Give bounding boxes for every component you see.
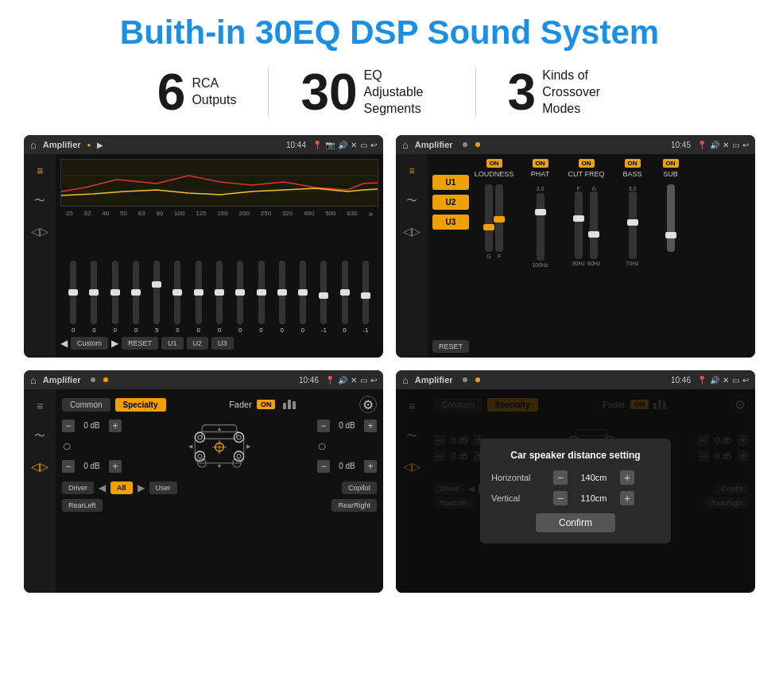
cutfreq-slider-2[interactable]: [590, 191, 598, 259]
eq-slider-12[interactable]: 0: [293, 261, 312, 334]
close-icon-3[interactable]: ✕: [351, 376, 357, 385]
all-btn[interactable]: All: [110, 481, 133, 494]
rearright-btn[interactable]: RearRight: [331, 499, 377, 512]
screen1-sidebar: ≡ 〜 ◁▷: [24, 154, 56, 358]
tab-common-btn[interactable]: Common: [62, 398, 110, 412]
user-btn[interactable]: User: [149, 481, 177, 494]
sidebar-speaker-icon-2[interactable]: ◁▷: [401, 222, 423, 240]
minimize-icon-4[interactable]: ▭: [732, 376, 739, 385]
close-icon-4[interactable]: ✕: [723, 376, 729, 385]
back-icon-3[interactable]: ↩: [370, 376, 377, 385]
sidebar-eq-icon[interactable]: ≡: [29, 162, 51, 180]
svg-text:▼: ▼: [217, 463, 223, 469]
eq-slider-4[interactable]: 0: [126, 261, 145, 334]
eq-slider-3[interactable]: 0: [106, 261, 125, 334]
back-icon-2[interactable]: ↩: [742, 141, 749, 149]
front-right-plus[interactable]: +: [364, 420, 377, 432]
vertical-minus-btn[interactable]: −: [553, 491, 568, 505]
driver-btn[interactable]: Driver: [62, 481, 94, 494]
u1-btn[interactable]: U1: [161, 337, 184, 350]
home-icon-4[interactable]: ⌂: [402, 374, 409, 386]
sidebar-speaker-icon-3[interactable]: ◁▷: [29, 458, 51, 475]
sidebar-eq-icon-3[interactable]: ≡: [29, 397, 51, 415]
home-icon[interactable]: ⌂: [30, 139, 37, 151]
tab-specialty-btn[interactable]: Specialty: [115, 398, 166, 412]
sidebar-wave-icon-2[interactable]: 〜: [401, 192, 423, 210]
crossover-reset-btn[interactable]: RESET: [432, 340, 469, 353]
eq-slider-14[interactable]: 0: [335, 261, 354, 334]
close-icon[interactable]: ✕: [351, 141, 357, 149]
u3-select-btn[interactable]: U3: [432, 215, 469, 230]
rearleft-btn[interactable]: RearLeft: [62, 499, 103, 512]
phat-slider[interactable]: [537, 193, 545, 261]
left-arrow-icon[interactable]: ◀: [99, 482, 106, 493]
preset-custom-btn[interactable]: Custom: [71, 337, 108, 350]
back-icon-4[interactable]: ↩: [742, 376, 749, 385]
eq-slider-1[interactable]: 0: [64, 261, 83, 334]
volume-icon-3[interactable]: 🔊: [338, 376, 347, 385]
front-right-db-value: 0 dB: [333, 421, 361, 430]
eq-slider-15[interactable]: -1: [356, 261, 375, 334]
eq-slider-5[interactable]: 5: [147, 261, 166, 334]
sidebar-wave-icon-3[interactable]: 〜: [29, 427, 51, 445]
play-icon[interactable]: ▶: [97, 141, 103, 149]
volume-icon[interactable]: 🔊: [338, 141, 347, 149]
settings-icon[interactable]: ⚙: [359, 396, 377, 413]
bass-slider[interactable]: [629, 191, 637, 259]
vertical-plus-btn[interactable]: +: [620, 491, 634, 505]
eq-slider-8[interactable]: 0: [210, 261, 229, 334]
phat-label: PHAT: [531, 170, 549, 178]
front-left-minus[interactable]: −: [62, 420, 75, 432]
screen2-header: ⌂ Amplifier 10:45 📍 🔊 ✕ ▭ ↩: [396, 135, 755, 154]
eq-slider-6[interactable]: 0: [168, 261, 187, 334]
u3-btn[interactable]: U3: [211, 337, 234, 350]
next-preset-btn[interactable]: ▶: [111, 338, 118, 349]
rear-left-plus[interactable]: +: [109, 460, 122, 473]
screen3-dot1: [91, 377, 95, 382]
confirm-btn[interactable]: Confirm: [536, 513, 615, 532]
eq-slider-2[interactable]: 0: [84, 261, 103, 334]
copilot-btn[interactable]: Copilot: [342, 481, 377, 494]
u2-btn[interactable]: U2: [187, 337, 209, 350]
eq-slider-7[interactable]: 0: [189, 261, 208, 334]
u2-select-btn[interactable]: U2: [432, 195, 469, 210]
sub-slider[interactable]: [667, 184, 675, 252]
sidebar-wave-icon[interactable]: 〜: [29, 192, 51, 210]
volume-icon-2[interactable]: 🔊: [710, 141, 719, 149]
minimize-icon-3[interactable]: ▭: [360, 376, 367, 385]
horizontal-minus-btn[interactable]: −: [553, 470, 568, 485]
u1-select-btn[interactable]: U1: [432, 175, 469, 190]
horizontal-plus-btn[interactable]: +: [620, 470, 634, 485]
close-icon-2[interactable]: ✕: [723, 141, 729, 149]
screen4-header: ⌂ Amplifier 10:46 📍 🔊 ✕ ▭ ↩: [396, 370, 755, 389]
sidebar-speaker-icon[interactable]: ◁▷: [29, 222, 51, 240]
eq-slider-10[interactable]: 0: [251, 261, 270, 334]
loudness-slider-1[interactable]: [485, 184, 493, 252]
right-arrow-icon[interactable]: ▶: [138, 482, 145, 493]
rear-right-plus[interactable]: +: [364, 460, 377, 473]
fader-on-badge[interactable]: ON: [257, 400, 276, 409]
reset-btn[interactable]: RESET: [122, 337, 158, 350]
back-icon[interactable]: ↩: [370, 141, 377, 149]
eq-slider-9[interactable]: 0: [231, 261, 250, 334]
minimize-icon-2[interactable]: ▭: [732, 141, 739, 149]
minimize-icon[interactable]: ▭: [360, 141, 367, 149]
stat-eq-number: 30: [300, 67, 357, 118]
eq-more-icon[interactable]: »: [369, 210, 374, 219]
home-icon-2[interactable]: ⌂: [402, 139, 409, 151]
loudness-slider-2[interactable]: [495, 184, 503, 252]
eq-label-400: 400: [304, 210, 314, 219]
rear-right-minus[interactable]: −: [317, 460, 330, 473]
camera-icon[interactable]: 📷: [325, 141, 335, 149]
front-right-minus[interactable]: −: [317, 420, 330, 432]
cutfreq-slider-1[interactable]: [575, 191, 583, 259]
home-icon-3[interactable]: ⌂: [30, 374, 37, 386]
volume-icon-4[interactable]: 🔊: [710, 376, 719, 385]
prev-preset-btn[interactable]: ◀: [60, 338, 68, 349]
sidebar-eq-icon-2[interactable]: ≡: [401, 162, 423, 180]
front-left-plus[interactable]: +: [109, 420, 122, 432]
rear-left-minus[interactable]: −: [62, 460, 75, 473]
eq-slider-11[interactable]: 0: [273, 261, 292, 334]
eq-label-250: 250: [261, 210, 271, 219]
eq-slider-13[interactable]: -1: [314, 261, 333, 334]
